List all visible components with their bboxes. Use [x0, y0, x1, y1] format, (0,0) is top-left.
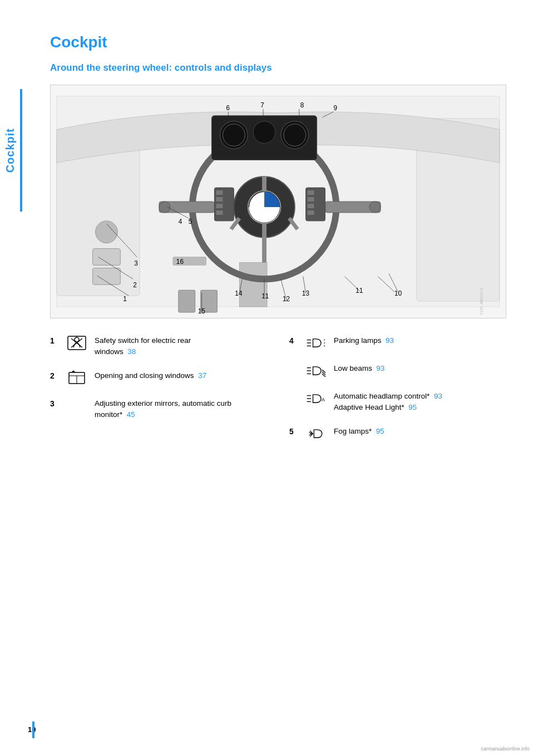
main-content: Cockpit Around the steering wheel: contr… [28, 0, 534, 487]
item-3-ref: 45 [127, 410, 135, 419]
svg-text:8: 8 [300, 101, 304, 109]
page-number-bar [32, 721, 34, 738]
svg-rect-19 [216, 197, 223, 202]
item-1-ref: 38 [127, 347, 136, 356]
low-beams-text: Low beams 93 [334, 363, 385, 374]
svg-rect-34 [93, 249, 121, 266]
svg-text:2: 2 [133, 281, 137, 289]
parking-lamps-icon [305, 335, 327, 351]
sidebar-tab: Cockpit [0, 89, 20, 212]
low-beams-ref: 93 [377, 364, 385, 372]
item-3-number: 3 [50, 399, 59, 408]
svg-text:1: 1 [123, 295, 127, 303]
adaptive-head-ref: 95 [408, 403, 417, 411]
svg-rect-25 [308, 204, 314, 208]
list-item-4: 4 Parking l [289, 335, 506, 414]
svg-rect-18 [216, 190, 223, 195]
parking-lamps-ref: 93 [385, 336, 394, 345]
svg-text:6: 6 [226, 104, 230, 112]
cockpit-diagram: 1 2 3 4 5 16 6 7 8 9 [50, 85, 506, 318]
fog-lamps-ref: 95 [376, 427, 384, 435]
list-item-5: 5 Fog lamps* 95 [289, 426, 506, 441]
sidebar-label: Cockpit [4, 128, 17, 173]
auto-headlamp-text: Automatic headlamp control* 93 Adaptive … [334, 391, 442, 414]
sidebar-blue-bar [20, 89, 22, 212]
section-title: Around the steering wheel: controls and … [50, 62, 506, 73]
fog-lamps-text: Fog lamps* 95 [334, 426, 384, 437]
item-5-number: 5 [289, 427, 298, 436]
watermark: carmanualsonline.info [481, 746, 530, 752]
items-left: 1 Safety switch for electric rearwindows… [50, 335, 267, 454]
list-item-2: 2 Opening and closing windows 37 [50, 370, 267, 386]
svg-text:14: 14 [235, 289, 243, 297]
low-beams-icon [305, 363, 327, 379]
window-open-icon [66, 370, 88, 386]
auto-headlamp-icon: A [305, 391, 327, 406]
item-3-text: Adjusting exterior mirrors, automatic cu… [95, 398, 231, 421]
svg-rect-21 [216, 210, 223, 215]
svg-text:11: 11 [261, 292, 269, 300]
svg-text:7: 7 [260, 101, 264, 109]
svg-point-30 [281, 121, 309, 149]
svg-rect-20 [216, 204, 223, 208]
svg-rect-23 [308, 190, 314, 195]
svg-text:16: 16 [176, 258, 184, 266]
fog-lamps-icon [305, 426, 327, 441]
auto-headlamp-ref: 93 [434, 392, 442, 400]
item-2-number: 2 [50, 371, 59, 380]
items-right: 4 Parking l [289, 335, 506, 454]
item-1-number: 1 [50, 336, 59, 345]
item-1-text: Safety switch for electric rearwindows 3… [95, 335, 191, 358]
item-4-number: 4 [289, 336, 298, 345]
svg-rect-26 [308, 210, 314, 215]
svg-rect-24 [308, 197, 314, 202]
svg-rect-33 [93, 268, 121, 284]
parking-lamps-text: Parking lamps 93 [334, 335, 394, 346]
svg-text:10: 10 [394, 289, 402, 297]
svg-point-28 [220, 121, 248, 149]
svg-rect-37 [179, 290, 195, 312]
item-2-text: Opening and closing windows 37 [95, 370, 206, 381]
svg-text:12: 12 [283, 295, 290, 303]
svg-text:4: 4 [179, 218, 182, 225]
svg-text:3: 3 [134, 259, 138, 267]
svg-text:9: 9 [334, 104, 338, 112]
list-item-3: 3 Adjusting exterior mirrors, automatic … [50, 398, 267, 421]
safety-switch-icon [66, 335, 88, 351]
svg-point-29 [253, 121, 275, 144]
svg-point-16 [369, 202, 380, 213]
svg-text:A: A [322, 397, 325, 402]
svg-text:YUC-ABCD-0: YUC-ABCD-0 [479, 288, 484, 315]
list-item-1: 1 Safety switch for electric rearwindows… [50, 335, 267, 358]
page-title: Cockpit [50, 33, 506, 51]
svg-text:5: 5 [189, 218, 192, 225]
item-2-ref: 37 [198, 371, 206, 380]
items-section: 1 Safety switch for electric rearwindows… [50, 335, 506, 454]
svg-point-14 [159, 202, 170, 213]
